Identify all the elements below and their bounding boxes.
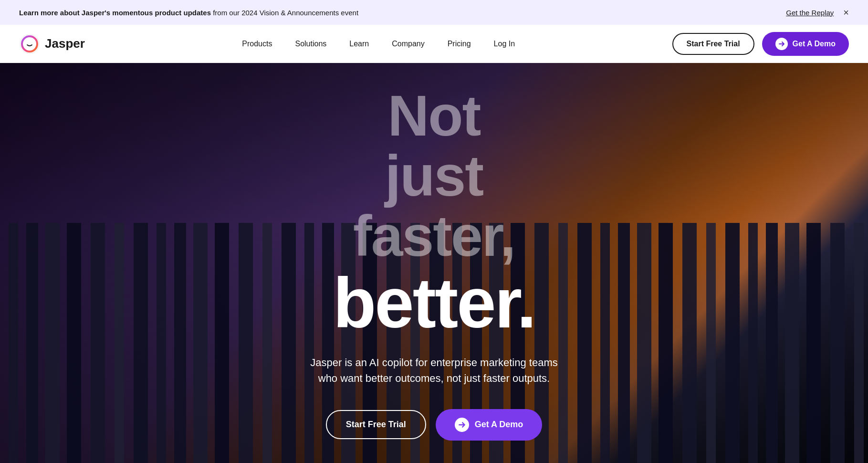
- logo-text: Jasper: [45, 36, 85, 51]
- announcement-normal-text: from our 2024 Vision & Announcements eve…: [211, 9, 358, 17]
- hero-get-demo-button[interactable]: Get A Demo: [436, 409, 543, 441]
- announcement-replay-link[interactable]: Get the Replay: [786, 9, 834, 17]
- announcement-right: Get the Replay ×: [786, 8, 849, 17]
- nav-item-pricing[interactable]: Pricing: [448, 40, 471, 48]
- hero-headline-line1: Not: [310, 85, 557, 146]
- nav-item-company[interactable]: Company: [392, 40, 424, 48]
- nav-item-learn[interactable]: Learn: [349, 40, 369, 48]
- hero-buttons: Start Free Trial Get A Demo: [310, 409, 557, 441]
- nav-start-trial-button[interactable]: Start Free Trial: [672, 33, 754, 55]
- navbar: Jasper Products Solutions Learn Company …: [0, 25, 868, 63]
- nav-item-solutions[interactable]: Solutions: [295, 40, 326, 48]
- hero-headline-line3: faster,: [310, 206, 557, 266]
- nav-item-login[interactable]: Log In: [494, 40, 515, 48]
- announcement-bold-text: Learn more about Jasper's momentous prod…: [19, 9, 211, 17]
- hero-subtext-line1: Jasper is an AI copilot for enterprise m…: [310, 357, 557, 368]
- announcement-banner: Learn more about Jasper's momentous prod…: [0, 0, 868, 25]
- hero-start-trial-button[interactable]: Start Free Trial: [326, 410, 426, 439]
- nav-get-demo-button[interactable]: Get A Demo: [762, 32, 849, 56]
- nav-links: Products Solutions Learn Company Pricing…: [242, 40, 515, 48]
- nav-item-products[interactable]: Products: [242, 40, 272, 48]
- hero-content: Not just faster, better. Jasper is an AI…: [301, 85, 567, 440]
- hero-demo-arrow-icon: [455, 418, 469, 432]
- nav-actions: Start Free Trial Get A Demo: [672, 32, 849, 56]
- hero-section: Not just faster, better. Jasper is an AI…: [0, 63, 868, 463]
- hero-headline-line2: just: [310, 146, 557, 206]
- announcement-text: Learn more about Jasper's momentous prod…: [19, 9, 358, 17]
- jasper-logo-icon: [19, 33, 40, 54]
- announcement-close-button[interactable]: ×: [843, 8, 849, 17]
- hero-subtext: Jasper is an AI copilot for enterprise m…: [310, 355, 557, 386]
- logo[interactable]: Jasper: [19, 33, 85, 54]
- hero-subtext-line2: who want better outcomes, not just faste…: [318, 372, 550, 384]
- hero-headline-line4: better.: [310, 266, 557, 340]
- hero-headline: Not just faster, better.: [310, 85, 557, 340]
- demo-arrow-icon: [775, 38, 788, 50]
